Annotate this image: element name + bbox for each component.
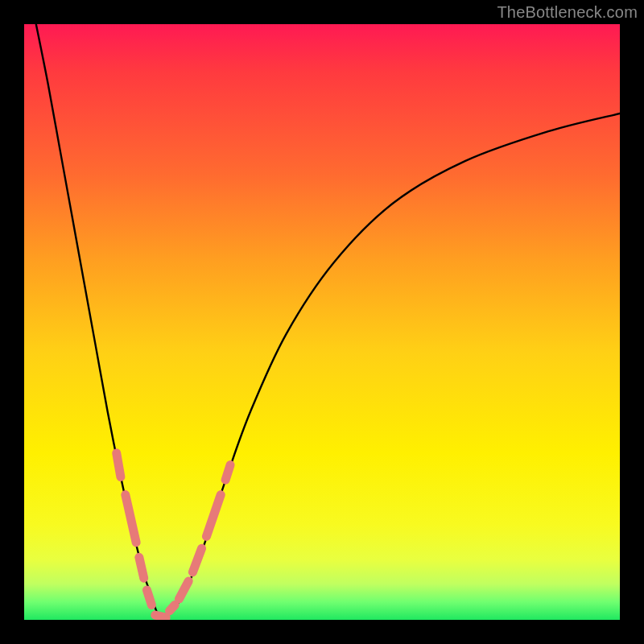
curve-svg	[24, 24, 620, 620]
watermark-text: TheBottleneck.com	[497, 3, 638, 22]
highlight-dash	[155, 615, 166, 617]
highlight-dash	[117, 453, 121, 477]
highlight-dashes	[117, 453, 230, 617]
highlight-dash	[147, 590, 151, 605]
highlight-dash	[206, 495, 221, 537]
highlight-dash	[126, 495, 136, 543]
highlight-dash	[179, 581, 188, 599]
bottleneck-curve	[36, 24, 620, 620]
highlight-dash	[170, 605, 175, 611]
plot-area	[24, 24, 620, 620]
highlight-dash	[225, 465, 230, 481]
highlight-dash	[139, 557, 144, 578]
highlight-dash	[192, 548, 201, 572]
chart-frame: TheBottleneck.com	[0, 0, 644, 644]
